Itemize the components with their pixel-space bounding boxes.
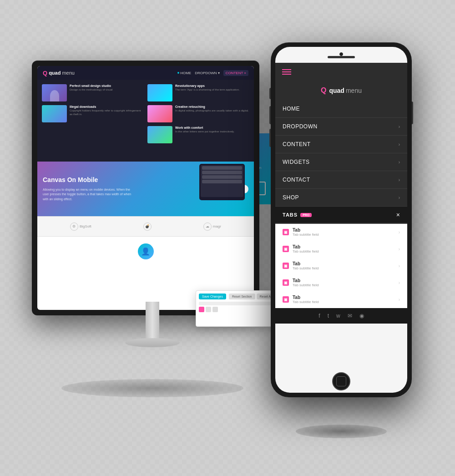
tab-subtitle-1: Tab subtitle field: [293, 233, 318, 237]
social-rss-icon[interactable]: ◉: [359, 313, 364, 319]
social-email-icon[interactable]: ✉: [348, 313, 352, 319]
partner-bomb: 💣: [143, 223, 152, 231]
admin-reset-section-button[interactable]: Reset Section: [229, 294, 255, 299]
nav-dropdown[interactable]: DROPDOWN ▾: [195, 71, 219, 75]
monitor-nav: HOME DROPDOWN ▾ CONTENT ×: [177, 70, 248, 76]
phone-screen-area: Q quad menu HOME DROPDOWN ›: [275, 47, 407, 393]
tabs-label: TABS: [283, 212, 298, 218]
social-wordpress-icon[interactable]: w: [336, 313, 340, 319]
mega-menu-col-right: Revolutionary apps The term 'App' is a s…: [147, 84, 249, 157]
tab-chevron-4: ›: [399, 280, 400, 285]
tab-subtitle-4: Tab subtitle field: [293, 283, 318, 287]
logo-q-icon: Q: [43, 70, 47, 76]
phone-tabs-section: TABS PRO × ▣ Tab Tab subtitle f: [275, 207, 407, 308]
social-facebook-icon[interactable]: f: [318, 313, 320, 319]
tab-item-2[interactable]: ▣ Tab Tab subtitle field ›: [275, 241, 407, 258]
nav-home[interactable]: HOME: [177, 71, 191, 75]
widgets-arrow-icon: ›: [399, 160, 400, 165]
mega-item-2: Illegal downloads Copyright holders freq…: [42, 105, 144, 122]
phone-social-footer: f t w ✉ ◉: [275, 308, 407, 324]
phone-logo-q: Q: [321, 86, 326, 95]
tab-subtitle-5: Tab subtitle field: [293, 300, 318, 304]
tab-item-5[interactable]: ▣ Tab Tab subtitle field ›: [275, 291, 407, 308]
nav-content[interactable]: CONTENT ×: [223, 70, 248, 76]
mega-desc-2: Copyright holders frequently refer to co…: [70, 109, 144, 116]
mega-item-apps: Revolutionary apps The term 'App' is a s…: [147, 84, 249, 101]
monitor-stand-base: [125, 338, 180, 347]
avatar-section: 👤: [37, 237, 254, 266]
scene: Q quad menu HOME DROPDOWN ▾: [23, 33, 432, 443]
mega-item-comfort: Work with comfort In the other letters w…: [147, 126, 249, 143]
nav-item-dropdown[interactable]: DROPDOWN ›: [275, 118, 407, 136]
device-row-4: [202, 180, 242, 183]
phone-home-button[interactable]: [332, 372, 350, 390]
monitor-outer-bezel: Q quad menu HOME DROPDOWN ▾: [32, 61, 259, 315]
social-twitter-icon[interactable]: t: [328, 313, 329, 319]
phone-power-button[interactable]: [412, 101, 413, 124]
tab-item-4-left: ▣ Tab Tab subtitle field: [283, 278, 318, 287]
mega-featured-desc: Design is the methodology of visual: [70, 88, 144, 92]
swatch-pink[interactable]: [199, 307, 204, 312]
tabs-header: TABS PRO ×: [275, 207, 407, 224]
site-hero: Canvas On Mobile Allowing you to display…: [37, 162, 254, 216]
hero-desc: Allowing you to display an menu on mobil…: [43, 187, 134, 202]
mega-thumb-comfort: [147, 126, 172, 143]
nav-item-shop[interactable]: SHOP ›: [275, 189, 407, 207]
swatch-gray[interactable]: [206, 307, 211, 312]
nav-label-home: HOME: [283, 106, 300, 112]
nav-item-widgets[interactable]: WIDGETS ›: [275, 153, 407, 171]
nav-item-home[interactable]: HOME: [275, 100, 407, 118]
phone-mute-button[interactable]: [269, 88, 271, 99]
phone-logo-quad: quad: [329, 87, 344, 94]
phone-screen: Q quad menu HOME DROPDOWN ›: [275, 47, 407, 393]
mega-desc-apps: The term 'App' is a shortening of the te…: [175, 88, 249, 92]
tab-icon-2: ▣: [283, 246, 289, 252]
swatch-light[interactable]: [212, 307, 218, 312]
nav-item-content[interactable]: CONTENT ›: [275, 136, 407, 153]
mega-menu: Perfect small design studio Design is th…: [37, 80, 254, 162]
tab-text-5: Tab Tab subtitle field: [293, 295, 318, 304]
hero-title: Canvas On Mobile: [43, 176, 226, 184]
phone-vol-down-button[interactable]: [269, 129, 271, 147]
phone-vol-up-button[interactable]: [269, 106, 271, 124]
tab-item-3[interactable]: ▣ Tab Tab subtitle field ›: [275, 258, 407, 274]
tabs-header-left: TABS PRO: [283, 212, 312, 218]
device-row-2: [202, 171, 242, 174]
tab-text-4: Tab Tab subtitle field: [293, 278, 318, 287]
tab-title-2: Tab: [293, 244, 318, 249]
tab-subtitle-2: Tab subtitle field: [293, 249, 318, 253]
mega-thumb-creative: [147, 105, 172, 122]
admin-save-button[interactable]: Save Changes: [199, 294, 226, 299]
monitor-logo: Q quad menu: [43, 70, 75, 76]
hamburger-line-1: [282, 69, 291, 70]
mega-featured-text: Perfect small design studio Design is th…: [70, 84, 144, 101]
nav-label-contact: CONTACT: [283, 177, 310, 183]
shop-arrow-icon: ›: [399, 195, 400, 200]
phone-logo-menu: menu: [346, 87, 362, 94]
partner-bigsoft-label: BigSoft: [80, 224, 91, 228]
mega-featured-title: Perfect small design studio: [70, 84, 144, 87]
tab-item-3-left: ▣ Tab Tab subtitle field: [283, 261, 318, 270]
phone-logo-area: Q quad menu: [275, 81, 407, 100]
bomb-icon: 💣: [143, 223, 152, 231]
hamburger-line-3: [282, 74, 291, 75]
nav-item-contact[interactable]: CONTACT ›: [275, 171, 407, 189]
nav-label-dropdown: DROPDOWN: [283, 123, 318, 130]
mega-desc-creative: In digital editing, photographs are usua…: [175, 109, 249, 113]
tabs-close-button[interactable]: ×: [396, 211, 400, 218]
mega-title-2: Illegal downloads: [70, 105, 144, 108]
cloud-icon: ☁: [203, 223, 212, 231]
phone-body: Q quad menu HOME DROPDOWN ›: [271, 42, 412, 397]
mega-title-creative: Creative retouching: [175, 105, 249, 108]
hamburger-button[interactable]: [282, 69, 291, 75]
tab-item-4[interactable]: ▣ Tab Tab subtitle field ›: [275, 274, 407, 291]
partners-bar: ⚙ BigSoft 💣 ☁ magr: [37, 216, 254, 237]
tab-chevron-1: ›: [399, 230, 400, 235]
tab-text-2: Tab Tab subtitle field: [293, 244, 318, 253]
tab-item-1[interactable]: ▣ Tab Tab subtitle field ›: [275, 224, 407, 241]
tab-text-3: Tab Tab subtitle field: [293, 261, 318, 270]
bigsoft-icon: ⚙: [70, 223, 78, 231]
thumb-creative-img: [147, 105, 172, 122]
tab-title-5: Tab: [293, 295, 318, 300]
dropdown-arrow-icon: ›: [399, 124, 400, 129]
